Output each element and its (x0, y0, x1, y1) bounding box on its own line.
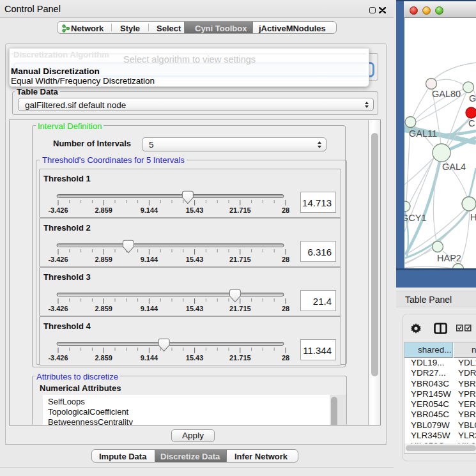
svg-text:HAP2: HAP2 (437, 253, 461, 263)
svg-text:C: C (468, 118, 475, 128)
svg-text:15.43: 15.43 (186, 256, 204, 263)
svg-text:21.715: 21.715 (229, 206, 251, 214)
svg-text:15.43: 15.43 (186, 305, 204, 312)
svg-text:H: H (470, 212, 476, 222)
svg-text:2.859: 2.859 (95, 256, 112, 263)
svg-text:GAL80: GAL80 (432, 89, 461, 99)
svg-text:2.859: 2.859 (95, 206, 112, 214)
svg-text:21.715: 21.715 (229, 354, 251, 362)
svg-text:9.144: 9.144 (141, 354, 158, 362)
svg-text:28: 28 (282, 354, 289, 362)
svg-text:GCY1: GCY1 (404, 213, 427, 223)
svg-text:28: 28 (282, 206, 289, 214)
svg-text:GAL11: GAL11 (409, 128, 437, 139)
svg-text:GAL4: GAL4 (442, 162, 466, 172)
svg-text:2.859: 2.859 (95, 305, 112, 312)
svg-text:-3.426: -3.426 (48, 305, 68, 312)
svg-text:15.43: 15.43 (186, 354, 204, 362)
svg-text:GA: GA (469, 93, 476, 104)
svg-text:28: 28 (282, 305, 289, 312)
svg-text:21.715: 21.715 (229, 256, 251, 263)
svg-text:-3.426: -3.426 (48, 256, 68, 263)
svg-text:9.144: 9.144 (141, 256, 158, 263)
svg-text:2.859: 2.859 (95, 354, 112, 362)
svg-text:21.715: 21.715 (229, 305, 251, 312)
svg-text:28: 28 (282, 256, 289, 263)
svg-text:15.43: 15.43 (186, 206, 204, 214)
svg-text:9.144: 9.144 (141, 305, 158, 312)
svg-text:9.144: 9.144 (141, 206, 158, 214)
svg-text:-3.426: -3.426 (48, 354, 68, 362)
svg-text:-3.426: -3.426 (48, 206, 68, 214)
